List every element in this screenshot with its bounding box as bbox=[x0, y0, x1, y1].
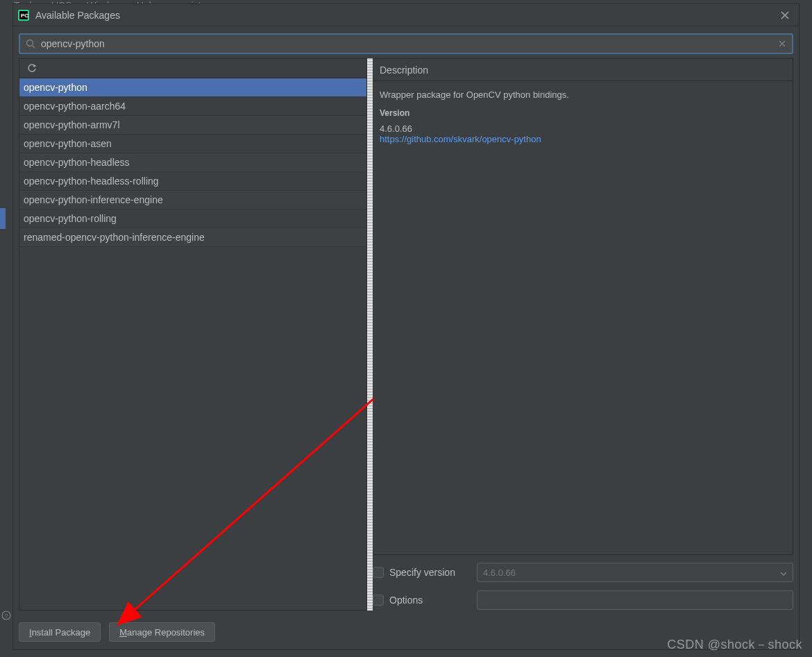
description-area: Description Wrapper package for OpenCV p… bbox=[373, 58, 793, 555]
details-panel: Description Wrapper package for OpenCV p… bbox=[373, 58, 793, 611]
svg-text:?: ? bbox=[5, 613, 8, 620]
titlebar: PC Available Packages bbox=[13, 4, 799, 26]
watermark: CSDN @shock－shock bbox=[667, 636, 802, 653]
specify-version-row: Specify version 4.6.0.66 bbox=[373, 562, 793, 583]
list-item[interactable]: opencv-python-headless-rolling bbox=[19, 172, 366, 191]
svg-point-3 bbox=[27, 40, 33, 46]
repo-link[interactable]: https://github.com/skvark/opencv-python bbox=[380, 134, 786, 144]
options-input[interactable] bbox=[477, 590, 793, 610]
list-item[interactable]: opencv-python-headless bbox=[19, 153, 366, 172]
version-label: Version bbox=[380, 108, 786, 118]
options-row: Options bbox=[373, 590, 793, 611]
options-checkbox[interactable] bbox=[373, 595, 384, 606]
chevron-down-icon bbox=[780, 568, 787, 578]
pycharm-icon: PC bbox=[17, 9, 30, 22]
list-item[interactable]: renamed-opencv-python-inference-engine bbox=[19, 228, 366, 247]
help-icon[interactable]: ? bbox=[1, 610, 12, 621]
clear-search-icon[interactable] bbox=[777, 38, 788, 49]
available-packages-dialog: PC Available Packages opencv-pythonopenc… bbox=[12, 3, 800, 650]
close-icon[interactable] bbox=[777, 7, 793, 24]
install-package-button[interactable]: Install Package bbox=[19, 622, 101, 642]
specify-version-label: Specify version bbox=[389, 567, 455, 578]
package-list[interactable]: opencv-pythonopencv-python-aarch64opencv… bbox=[19, 78, 366, 610]
search-box[interactable] bbox=[19, 33, 793, 54]
list-item[interactable]: opencv-python-rolling bbox=[19, 210, 366, 228]
splitter[interactable] bbox=[367, 58, 373, 611]
svg-text:PC: PC bbox=[21, 12, 28, 19]
specify-version-select[interactable]: 4.6.0.66 bbox=[477, 563, 793, 582]
list-item[interactable]: opencv-python-armv7l bbox=[19, 116, 366, 135]
package-list-panel: opencv-pythonopencv-python-aarch64opencv… bbox=[19, 58, 367, 611]
description-summary: Wrapper package for OpenCV python bindin… bbox=[380, 89, 786, 100]
side-highlight bbox=[0, 208, 6, 229]
options-checkbox-group: Options bbox=[373, 595, 477, 606]
search-row bbox=[13, 26, 799, 58]
options-label: Options bbox=[389, 595, 423, 606]
dialog-title: Available Packages bbox=[35, 10, 777, 21]
list-item[interactable]: opencv-python-asen bbox=[19, 135, 366, 153]
dialog-body: opencv-pythonopencv-python-aarch64opencv… bbox=[13, 58, 799, 615]
list-item[interactable]: opencv-python-aarch64 bbox=[19, 97, 366, 116]
refresh-icon[interactable] bbox=[26, 63, 37, 74]
search-icon bbox=[24, 37, 37, 50]
search-input[interactable] bbox=[41, 38, 777, 49]
manage-repositories-button[interactable]: Manage Repositories bbox=[109, 622, 215, 642]
version-value: 4.6.0.66 bbox=[380, 123, 786, 134]
specify-version-checkbox-group: Specify version bbox=[373, 567, 477, 578]
list-item[interactable]: opencv-python bbox=[19, 78, 366, 97]
refresh-bar bbox=[19, 59, 366, 78]
description-header: Description bbox=[373, 59, 793, 81]
svg-line-4 bbox=[33, 46, 35, 49]
list-item[interactable]: opencv-python-inference-engine bbox=[19, 191, 366, 210]
specify-version-checkbox[interactable] bbox=[373, 567, 384, 578]
